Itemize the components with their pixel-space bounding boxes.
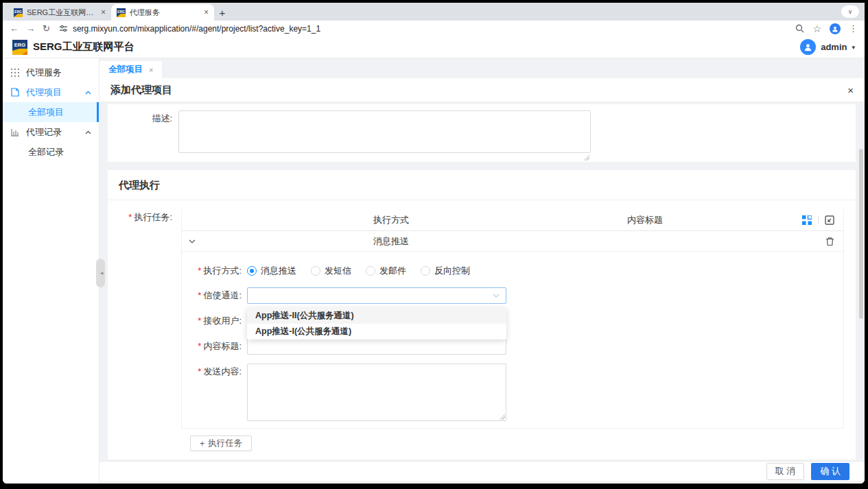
sidebar-group-label: 代理项目 xyxy=(26,86,62,99)
col-content-title: 内容标题 xyxy=(580,214,710,226)
tab-close-icon[interactable]: × xyxy=(204,8,209,17)
new-tab-button[interactable]: + xyxy=(214,4,231,21)
tab-title: SERG工业互联网平台 xyxy=(27,8,97,18)
section-title: 代理执行 xyxy=(108,170,856,200)
tab-close-icon[interactable]: × xyxy=(101,8,106,17)
send-content-label: *发送内容: xyxy=(182,363,247,379)
channel-label: *信使通道: xyxy=(182,287,247,303)
main-content: ◀ 全部项目 × 添加代理项目 × 描述: xyxy=(99,58,865,484)
channel-select[interactable] xyxy=(247,287,506,304)
browser-tab-1[interactable]: ERG SERG工业互联网平台 × xyxy=(8,4,111,21)
svg-text:ERG: ERG xyxy=(14,42,25,48)
grid-icon xyxy=(10,69,20,77)
expand-chevron-icon[interactable] xyxy=(182,239,202,243)
page-tab-bar: 全部项目 × xyxy=(99,58,865,78)
radio-icon xyxy=(366,266,375,276)
delete-trash-icon[interactable] xyxy=(825,237,834,246)
sidebar-item-label: 全部项目 xyxy=(28,106,64,119)
document-icon xyxy=(10,88,20,97)
table-header-row: 执行方式 内容标题 xyxy=(182,209,843,231)
reload-icon[interactable]: ↻ xyxy=(43,24,50,33)
exec-task-table: 执行方式 内容标题 消息推送 xyxy=(181,209,844,429)
radio-icon xyxy=(421,266,430,276)
sidebar: 代理服务 代理项目 全部项目 代理记录 全部记录 xyxy=(3,58,99,484)
content-title-input[interactable] xyxy=(247,338,506,355)
channel-dropdown: App推送-II(公共服务通道) App推送-I(公共服务通道) xyxy=(247,308,506,339)
send-content-textarea[interactable] xyxy=(247,363,506,421)
task-method-value: 消息推送 xyxy=(202,235,580,248)
svg-text:ERG: ERG xyxy=(117,10,125,14)
radio-send-sms[interactable]: 发短信 xyxy=(311,265,351,277)
browser-menu-icon[interactable]: ⋮ xyxy=(849,24,858,33)
url-text[interactable]: serg.mixyun.com/mixapplication/#/agent/p… xyxy=(73,24,320,34)
page-tab-close-icon[interactable]: × xyxy=(149,66,153,74)
agent-execution-card: 代理执行 *执行任务: 执行方式 内容标题 xyxy=(108,170,856,460)
sidebar-item-label: 全部记录 xyxy=(28,146,64,158)
col-exec-method: 执行方式 xyxy=(202,214,580,226)
modal-header: 添加代理项目 × xyxy=(99,78,865,102)
user-caret-icon: ▾ xyxy=(852,44,855,51)
receiver-label: *接收用户: xyxy=(182,313,247,329)
sidebar-item-agent-service[interactable]: 代理服务 xyxy=(3,62,99,82)
app-header: ERG SERG工业互联网平台 admin ▾ xyxy=(3,36,865,58)
component-layout-icon[interactable] xyxy=(802,215,812,225)
sidebar-collapse-handle[interactable]: ◀ xyxy=(96,259,105,287)
radio-reverse-control[interactable]: 反向控制 xyxy=(421,265,470,277)
zoom-icon[interactable] xyxy=(795,24,804,33)
radio-icon xyxy=(311,266,320,276)
sidebar-group-label: 代理记录 xyxy=(26,126,62,139)
exec-task-label: *执行任务: xyxy=(108,209,178,429)
collapse-arrow-icon: ◀ xyxy=(100,271,103,275)
app-title: SERG工业互联网平台 xyxy=(33,40,134,53)
browser-window: ERG SERG工业互联网平台 × ERG 代理服务 × + ∨ ← → ↻ s… xyxy=(3,3,865,484)
back-icon[interactable]: ← xyxy=(10,24,19,33)
modal-footer: 取 消 确 认 xyxy=(99,461,865,481)
sidebar-item-all-records[interactable]: 全部记录 xyxy=(3,142,99,162)
serg-logo: ERG xyxy=(12,40,27,55)
modal-close-icon[interactable]: × xyxy=(847,84,854,96)
user-menu[interactable]: admin ▾ xyxy=(800,39,855,55)
site-settings-icon[interactable] xyxy=(59,24,68,33)
caret-up-icon xyxy=(85,91,91,95)
user-avatar xyxy=(800,39,816,55)
radio-send-email[interactable]: 发邮件 xyxy=(366,265,406,277)
cancel-button[interactable]: 取 消 xyxy=(766,463,805,480)
exec-method-label: *执行方式: xyxy=(182,263,247,278)
bookmark-star-icon[interactable]: ☆ xyxy=(812,24,821,34)
page-tab-label: 全部项目 xyxy=(108,64,143,75)
resize-handle-icon xyxy=(583,154,589,160)
page-tab-all-projects[interactable]: 全部项目 × xyxy=(99,61,162,78)
channel-option-app-push-2[interactable]: App推送-II(公共服务通道) xyxy=(247,308,506,324)
radio-message-push[interactable]: 消息推送 xyxy=(247,265,296,277)
modal-title: 添加代理项目 xyxy=(110,84,172,97)
forward-icon[interactable]: → xyxy=(26,24,35,33)
favicon: ERG xyxy=(117,8,126,17)
sidebar-group-agent-records[interactable]: 代理记录 xyxy=(3,122,99,142)
browser-tab-2[interactable]: ERG 代理服务 × xyxy=(111,4,214,21)
browser-profile-avatar[interactable] xyxy=(830,23,841,34)
scrollbar-thumb[interactable] xyxy=(859,149,863,319)
exec-method-radio-group: 消息推送 发短信 发邮件 反向控制 xyxy=(247,263,470,278)
browser-tab-strip: ERG SERG工业互联网平台 × ERG 代理服务 × + ∨ xyxy=(3,3,865,21)
task-row[interactable]: 消息推送 xyxy=(182,231,843,252)
chevron-down-icon xyxy=(493,294,500,298)
description-label: 描述: xyxy=(108,110,178,162)
tab-title: 代理服务 xyxy=(130,8,200,18)
confirm-button[interactable]: 确 认 xyxy=(811,463,849,480)
console-window-icon[interactable] xyxy=(825,215,834,225)
add-task-button[interactable]: + 执行任务 xyxy=(190,436,252,451)
modal-body: 描述: 代理执行 *执行任务: xyxy=(99,102,865,461)
sidebar-item-label: 代理服务 xyxy=(26,67,62,79)
description-textarea[interactable] xyxy=(178,110,591,153)
divider xyxy=(818,215,819,224)
sidebar-item-all-projects[interactable]: 全部项目 xyxy=(3,102,99,122)
svg-text:ERG: ERG xyxy=(14,10,22,14)
description-card: 描述: xyxy=(108,104,856,162)
channel-option-app-push-1[interactable]: App推送-I(公共服务通道) xyxy=(247,324,506,339)
tab-search-chevron-button[interactable]: ∨ xyxy=(841,5,859,18)
favicon: ERG xyxy=(14,8,23,17)
username: admin xyxy=(821,42,847,52)
content-title-label: *内容标题: xyxy=(182,338,247,354)
sidebar-group-agent-projects[interactable]: 代理项目 xyxy=(3,82,99,102)
radio-icon xyxy=(247,266,257,276)
